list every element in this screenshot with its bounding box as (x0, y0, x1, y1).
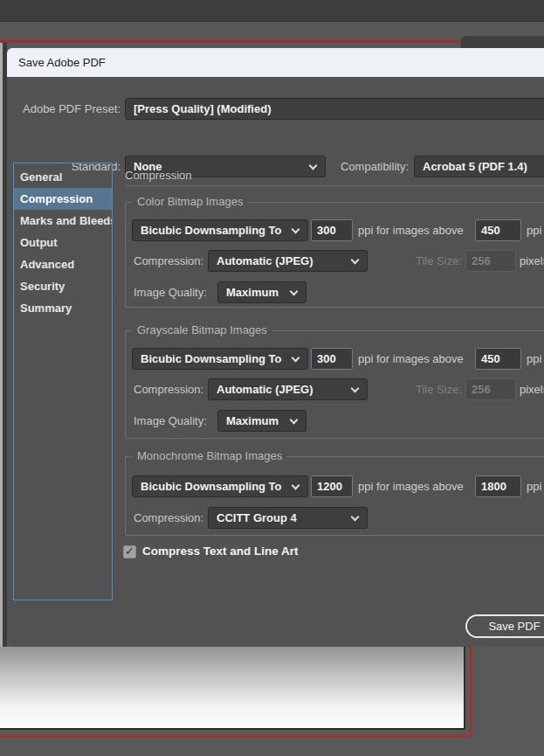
compress-text-label: Compress Text and Line Art (142, 543, 299, 560)
color-ppi-between-label: ppi for images above (358, 219, 464, 241)
sidebar-item-marks-and-bleeds[interactable]: Marks and Bleeds (14, 210, 112, 232)
color-compression-select[interactable]: Automatic (JPEG) (208, 250, 368, 272)
color-downsample-method-value: Bicubic Downsampling To (141, 220, 282, 240)
grayscale-compression-label: Compression: (134, 378, 203, 400)
grayscale-image-quality-value: Maximum (226, 411, 279, 431)
save-adobe-pdf-dialog: Save Adobe PDF Adobe PDF Preset: [Press … (7, 48, 544, 647)
grayscale-compression-value: Automatic (JPEG) (217, 379, 313, 399)
sidebar-item-general[interactable]: General (14, 166, 112, 188)
app-top-band (0, 0, 544, 22)
grayscale-image-quality-select[interactable]: Maximum (217, 410, 306, 432)
grayscale-compression-select[interactable]: Automatic (JPEG) (208, 378, 368, 400)
screen: Save Adobe PDF Adobe PDF Preset: [Press … (0, 0, 544, 756)
save-pdf-button[interactable]: Save PDF (465, 614, 544, 638)
chevron-down-icon (290, 416, 299, 425)
checkmark-icon: ✓ (125, 544, 134, 558)
monochrome-threshold-input[interactable] (475, 475, 521, 497)
chevron-down-icon (292, 225, 300, 234)
chevron-down-icon (351, 256, 360, 265)
monochrome-ppi-input[interactable] (311, 475, 353, 497)
grayscale-ppi-between-label: ppi for images above (358, 348, 464, 370)
color-threshold-input[interactable] (475, 219, 521, 241)
panel-title: Compression (125, 169, 192, 182)
compress-text-checkbox[interactable]: ✓ (123, 545, 136, 558)
chevron-down-icon (351, 513, 360, 522)
color-image-quality-select[interactable]: Maximum (217, 281, 306, 303)
color-ppi-input[interactable] (311, 219, 353, 241)
chevron-down-icon (351, 385, 360, 393)
color-bitmap-legend: Color Bitmap Images (133, 195, 247, 208)
color-compression-label: Compression: (134, 250, 203, 272)
color-tile-size-suffix: pixels (520, 250, 544, 272)
monochrome-downsample-method-select[interactable]: Bicubic Downsampling To (132, 475, 308, 497)
preset-label: Adobe PDF Preset: (7, 98, 121, 120)
panel-divider (125, 185, 544, 186)
grayscale-tile-size-input (465, 378, 516, 400)
preset-select[interactable]: [Press Quality] (Modified) (125, 98, 544, 120)
color-bitmap-group: Color Bitmap Images Bicubic Downsampling… (125, 202, 544, 308)
artboard-guide-line-vertical (470, 647, 472, 738)
chevron-down-icon (290, 288, 299, 296)
grayscale-ppi-suffix-label: ppi (527, 348, 541, 370)
chevron-down-icon (292, 482, 300, 490)
color-compression-value: Automatic (JPEG) (217, 251, 313, 271)
monochrome-compression-select[interactable]: CCITT Group 4 (208, 507, 368, 529)
compatibility-label: Compatibility: (295, 156, 409, 177)
monochrome-compression-label: Compression: (134, 507, 203, 529)
monochrome-bitmap-legend: Monochrome Bitmap Images (133, 449, 286, 462)
sidebar-item-summary[interactable]: Summary (14, 297, 112, 319)
grayscale-downsample-method-value: Bicubic Downsampling To (141, 349, 282, 369)
color-downsample-method-select[interactable]: Bicubic Downsampling To (132, 219, 308, 241)
color-image-quality-label: Image Quality: (134, 281, 207, 303)
dialog-title: Save Adobe PDF (18, 48, 106, 77)
sidebar-item-security[interactable]: Security (14, 275, 112, 297)
grayscale-ppi-input[interactable] (311, 348, 353, 370)
preset-value: [Press Quality] (Modified) (134, 99, 271, 119)
grayscale-bitmap-group: Grayscale Bitmap Images Bicubic Downsamp… (125, 330, 544, 439)
monochrome-compression-value: CCITT Group 4 (217, 508, 297, 528)
compatibility-select[interactable]: Acrobat 5 (PDF 1.4) (414, 156, 544, 177)
monochrome-ppi-between-label: ppi for images above (358, 475, 464, 497)
chevron-down-icon (292, 354, 300, 363)
sidebar-item-output[interactable]: Output (14, 232, 112, 253)
sidebar-item-advanced[interactable]: Advanced (14, 253, 112, 275)
artboard-page (0, 647, 465, 730)
grayscale-bitmap-legend: Grayscale Bitmap Images (133, 323, 272, 336)
monochrome-downsample-method-value: Bicubic Downsampling To (141, 476, 282, 496)
save-pdf-button-label: Save PDF (488, 620, 540, 633)
compatibility-value: Acrobat 5 (PDF 1.4) (423, 156, 527, 177)
color-ppi-suffix-label: ppi (527, 219, 541, 241)
dialog-sidebar: General Compression Marks and Bleeds Out… (13, 163, 113, 600)
monochrome-bitmap-group: Monochrome Bitmap Images Bicubic Downsam… (125, 456, 544, 536)
grayscale-tile-size-label: Tile Size: (388, 378, 462, 400)
background-window-tab (461, 36, 544, 48)
grayscale-image-quality-label: Image Quality: (134, 410, 207, 432)
grayscale-threshold-input[interactable] (475, 348, 521, 370)
color-tile-size-input (465, 250, 516, 272)
monochrome-ppi-suffix-label: ppi (527, 475, 541, 497)
dialog-titlebar[interactable]: Save Adobe PDF (7, 48, 544, 77)
color-image-quality-value: Maximum (226, 282, 279, 302)
grayscale-tile-size-suffix: pixels (520, 378, 544, 400)
sidebar-item-compression[interactable]: Compression (14, 188, 112, 210)
grayscale-downsample-method-select[interactable]: Bicubic Downsampling To (132, 348, 308, 370)
artboard-guide-line-top (0, 40, 463, 43)
artboard-guide-line-horizontal (0, 735, 472, 738)
color-tile-size-label: Tile Size: (388, 250, 462, 272)
